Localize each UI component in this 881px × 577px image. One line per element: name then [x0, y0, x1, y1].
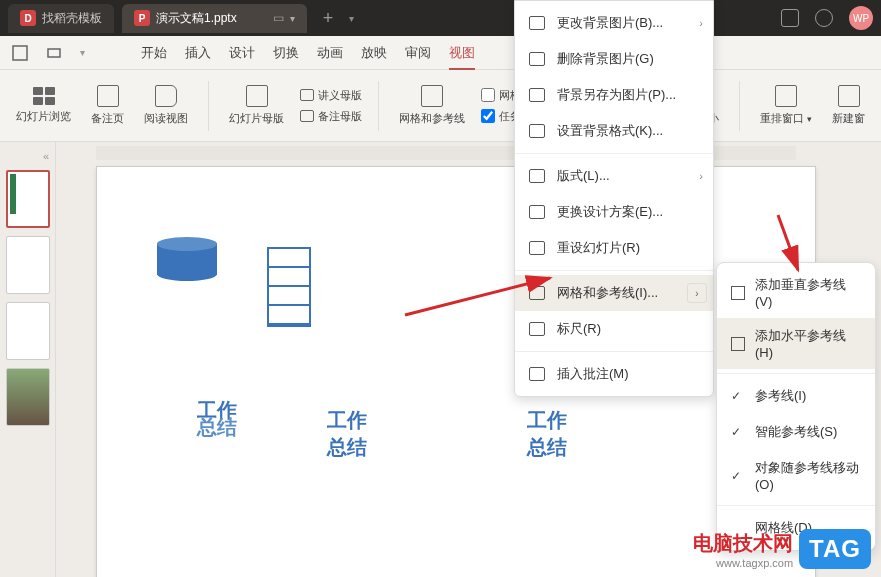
- ctx-layout[interactable]: 版式(L)... ›: [515, 158, 713, 194]
- sub-obj-move[interactable]: ✓ 对象随参考线移动(O): [717, 450, 875, 501]
- sub-add-horizontal[interactable]: 添加水平参考线(H): [717, 318, 875, 369]
- ctx-bg-format[interactable]: 设置背景格式(K)...: [515, 113, 713, 149]
- ctx-grid-guides[interactable]: 网格和参考线(I)... ›: [515, 275, 713, 311]
- notes-master-button[interactable]: 备注母版: [300, 109, 362, 124]
- menu-view[interactable]: 视图: [449, 44, 475, 70]
- cube-icon[interactable]: [815, 9, 833, 27]
- page-icon: [97, 85, 119, 107]
- check-icon: ✓: [731, 469, 745, 483]
- watermark-title: 电脑技术网: [693, 530, 793, 557]
- thumbnail-4[interactable]: [6, 368, 50, 426]
- master-icon: [246, 85, 268, 107]
- text-label-3[interactable]: 工作 总结: [527, 407, 567, 461]
- save-icon: [529, 88, 545, 102]
- cylinder-shape[interactable]: [157, 237, 217, 281]
- lecture-master-button[interactable]: 讲义母版: [300, 88, 362, 103]
- chevron-right-icon: ›: [699, 17, 703, 29]
- new-window-icon: [838, 85, 860, 107]
- menu-review[interactable]: 审阅: [405, 44, 431, 62]
- menu-start[interactable]: 开始: [141, 44, 167, 62]
- svg-rect-1: [48, 49, 60, 57]
- ctx-save-bg[interactable]: 背景另存为图片(P)...: [515, 77, 713, 113]
- collapse-icon[interactable]: «: [6, 150, 49, 162]
- slide-thumbnails[interactable]: «: [0, 142, 56, 577]
- text-label-1[interactable]: 工作 总结: [197, 397, 237, 441]
- watermark: 电脑技术网 www.tagxp.com TAG: [693, 529, 871, 569]
- ruler-icon: [529, 322, 545, 336]
- submenu-guides: 添加垂直参考线(V) 添加水平参考线(H) ✓ 参考线(I) ✓ 智能参考线(S…: [716, 262, 876, 551]
- sub-add-vertical[interactable]: 添加垂直参考线(V): [717, 267, 875, 318]
- delete-icon: [529, 52, 545, 66]
- logo-icon: D: [20, 10, 36, 26]
- slide-master-button[interactable]: 幻灯片母版: [225, 81, 288, 130]
- tab-document[interactable]: P 演示文稿1.pptx ▭ ▾: [122, 4, 307, 33]
- dropdown-icon[interactable]: ▾: [290, 13, 295, 24]
- menu-slideshow[interactable]: 放映: [361, 44, 387, 62]
- grid-guides-button[interactable]: 网格和参考线: [395, 81, 469, 130]
- reorder-window-button[interactable]: 重排窗口 ▾: [756, 81, 816, 130]
- tab-menu-icon[interactable]: ▾: [349, 13, 354, 24]
- ctx-design[interactable]: 更换设计方案(E)...: [515, 194, 713, 230]
- print-icon[interactable]: [46, 45, 62, 61]
- menu-insert[interactable]: 插入: [185, 44, 211, 62]
- horizontal-guide-icon: [731, 337, 745, 351]
- tab-templates[interactable]: D 找稻壳模板: [8, 4, 114, 33]
- thumbnail-2[interactable]: [6, 236, 50, 294]
- layout-icon: [529, 169, 545, 183]
- tab-label: 演示文稿1.pptx: [156, 10, 237, 27]
- image-icon: [529, 16, 545, 30]
- book-icon: [155, 85, 177, 107]
- new-window-button[interactable]: 新建窗: [828, 81, 869, 130]
- ctx-reset-slide[interactable]: 重设幻灯片(R): [515, 230, 713, 266]
- user-avatar[interactable]: WP: [849, 6, 873, 30]
- text-label-2[interactable]: 工作 总结: [327, 407, 367, 461]
- shelf-shape[interactable]: [267, 247, 311, 327]
- notes-icon: [300, 110, 314, 122]
- comment-icon: [529, 367, 545, 381]
- more-icon[interactable]: ▾: [80, 47, 85, 58]
- check-icon: ✓: [731, 425, 745, 439]
- menu-design[interactable]: 设计: [229, 44, 255, 62]
- chevron-right-icon: ›: [687, 283, 707, 303]
- ppt-icon: P: [134, 10, 150, 26]
- watermark-tag: TAG: [799, 529, 871, 569]
- tab-label: 找稻壳模板: [42, 10, 102, 27]
- grid-guides-icon: [421, 85, 443, 107]
- chevron-right-icon: ›: [699, 170, 703, 182]
- menu-transition[interactable]: 切换: [273, 44, 299, 62]
- reorder-icon: [775, 85, 797, 107]
- new-tab-button[interactable]: +: [315, 8, 342, 29]
- sub-guides[interactable]: ✓ 参考线(I): [717, 378, 875, 414]
- context-menu: 更改背景图片(B)... › 删除背景图片(G) 背景另存为图片(P)... 设…: [514, 0, 714, 397]
- lecture-icon: [300, 89, 314, 101]
- sub-smart-guides[interactable]: ✓ 智能参考线(S): [717, 414, 875, 450]
- save-icon[interactable]: [12, 45, 28, 61]
- display-icon: ▭: [273, 11, 284, 25]
- design-icon: [529, 205, 545, 219]
- notes-page-button[interactable]: 备注页: [87, 81, 128, 130]
- reset-icon: [529, 241, 545, 255]
- grid-icon: [529, 286, 545, 300]
- thumbnail-1[interactable]: [6, 170, 50, 228]
- watermark-url: www.tagxp.com: [693, 557, 793, 569]
- ctx-insert-comment[interactable]: 插入批注(M): [515, 356, 713, 392]
- menu-animation[interactable]: 动画: [317, 44, 343, 62]
- grid-icon: [33, 87, 55, 105]
- ctx-delete-bg[interactable]: 删除背景图片(G): [515, 41, 713, 77]
- thumbnail-3[interactable]: [6, 302, 50, 360]
- ctx-change-bg[interactable]: 更改背景图片(B)... ›: [515, 5, 713, 41]
- vertical-guide-icon: [731, 286, 745, 300]
- format-icon: [529, 124, 545, 138]
- window-icon[interactable]: [781, 9, 799, 27]
- check-icon: ✓: [731, 389, 745, 403]
- ctx-ruler[interactable]: 标尺(R): [515, 311, 713, 347]
- reading-view-button[interactable]: 阅读视图: [140, 81, 192, 130]
- slide-preview-button[interactable]: 幻灯片浏览: [12, 83, 75, 128]
- svg-rect-0: [13, 46, 27, 60]
